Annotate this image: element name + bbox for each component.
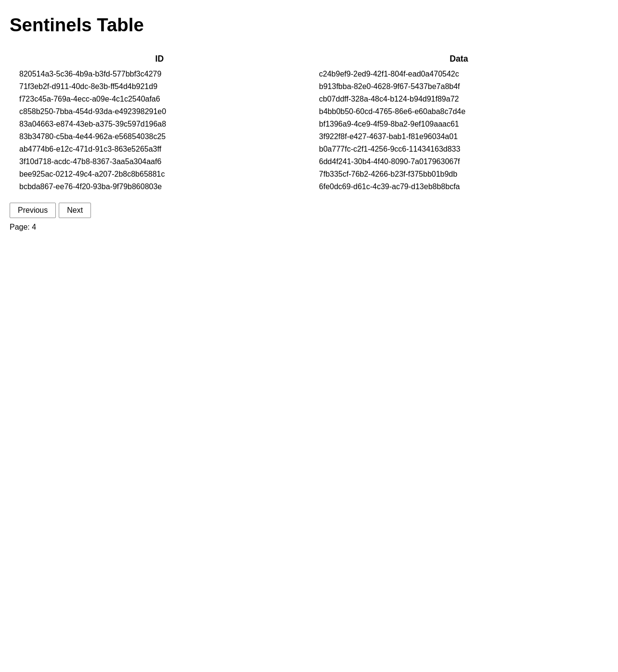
table-row: bcbda867-ee76-4f20-93ba-9f79b860803e6fe0… (10, 181, 608, 193)
cell-id: f723c45a-769a-4ecc-a09e-4c1c2540afa6 (10, 93, 309, 105)
cell-id: 71f3eb2f-d911-40dc-8e3b-ff54d4b921d9 (10, 80, 309, 93)
table-row: 71f3eb2f-d911-40dc-8e3b-ff54d4b921d9b913… (10, 80, 608, 93)
cell-id: 820514a3-5c36-4b9a-b3fd-577bbf3c4279 (10, 68, 309, 80)
cell-id: c858b250-7bba-454d-93da-e492398291e0 (10, 105, 309, 118)
cell-id: 83b34780-c5ba-4e44-962a-e56854038c25 (10, 130, 309, 143)
cell-data: 6dd4f241-30b4-4f40-8090-7a017963067f (309, 155, 608, 168)
previous-button[interactable]: Previous (10, 203, 56, 218)
cell-data: b913fbba-82e0-4628-9f67-5437be7a8b4f (309, 80, 608, 93)
table-row: c858b250-7bba-454d-93da-e492398291e0b4bb… (10, 105, 608, 118)
column-header-data: Data (309, 50, 608, 68)
cell-data: b0a777fc-c2f1-4256-9cc6-11434163d833 (309, 143, 608, 155)
cell-id: ab4774b6-e12c-471d-91c3-863e5265a3ff (10, 143, 309, 155)
next-button[interactable]: Next (59, 203, 91, 218)
table-row: 83a04663-e874-43eb-a375-39c597d196a8bf13… (10, 118, 608, 130)
cell-data: 7fb335cf-76b2-4266-b23f-f375bb01b9db (309, 168, 608, 181)
pagination-buttons: Previous Next (10, 203, 608, 218)
cell-data: 6fe0dc69-d61c-4c39-ac79-d13eb8b8bcfa (309, 181, 608, 193)
cell-id: 3f10d718-acdc-47b8-8367-3aa5a304aaf6 (10, 155, 309, 168)
table-row: f723c45a-769a-4ecc-a09e-4c1c2540afa6cb07… (10, 93, 608, 105)
table-row: 820514a3-5c36-4b9a-b3fd-577bbf3c4279c24b… (10, 68, 608, 80)
cell-id: bee925ac-0212-49c4-a207-2b8c8b65881c (10, 168, 309, 181)
cell-data: bf1396a9-4ce9-4f59-8ba2-9ef109aaac61 (309, 118, 608, 130)
column-header-id: ID (10, 50, 309, 68)
sentinels-table: ID Data 820514a3-5c36-4b9a-b3fd-577bbf3c… (10, 50, 608, 193)
cell-id: bcbda867-ee76-4f20-93ba-9f79b860803e (10, 181, 309, 193)
table-row: 3f10d718-acdc-47b8-8367-3aa5a304aaf66dd4… (10, 155, 608, 168)
cell-data: cb07ddff-328a-48c4-b124-b94d91f89a72 (309, 93, 608, 105)
cell-data: 3f922f8f-e427-4637-bab1-f81e96034a01 (309, 130, 608, 143)
page-indicator: Page: 4 (10, 223, 608, 232)
table-row: bee925ac-0212-49c4-a207-2b8c8b65881c7fb3… (10, 168, 608, 181)
cell-data: b4bb0b50-60cd-4765-86e6-e60aba8c7d4e (309, 105, 608, 118)
cell-id: 83a04663-e874-43eb-a375-39c597d196a8 (10, 118, 309, 130)
table-row: 83b34780-c5ba-4e44-962a-e56854038c253f92… (10, 130, 608, 143)
table-row: ab4774b6-e12c-471d-91c3-863e5265a3ffb0a7… (10, 143, 608, 155)
cell-data: c24b9ef9-2ed9-42f1-804f-ead0a470542c (309, 68, 608, 80)
page-title: Sentinels Table (10, 14, 608, 36)
